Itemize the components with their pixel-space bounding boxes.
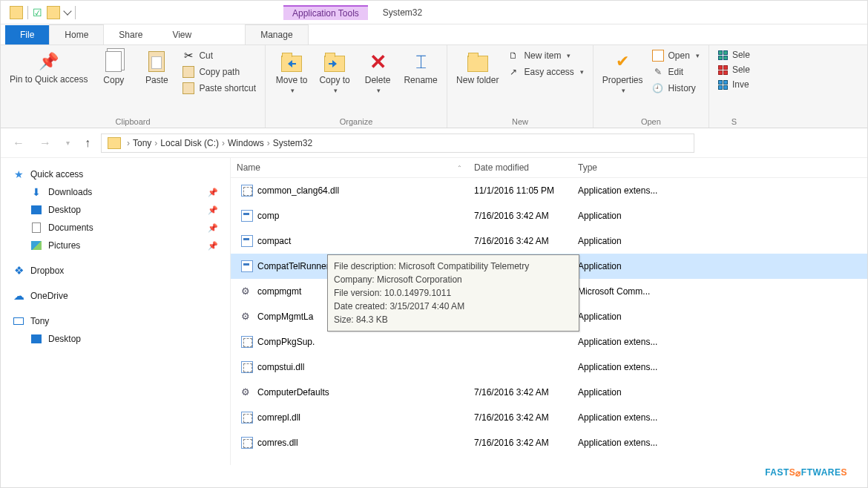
file-row[interactable]: comp7/16/2016 3:42 AMApplication	[231, 203, 867, 228]
ribbon-tabs: File Home Share View Manage	[1, 24, 867, 45]
history-button[interactable]: History	[652, 82, 700, 94]
invert-icon	[718, 80, 728, 90]
file-row[interactable]: ComputerDefaults7/16/2016 3:42 AMApplica…	[231, 380, 867, 405]
file-date: 11/1/2016 11:05 PM	[468, 181, 572, 200]
sidebar-item-desktop2[interactable]: Desktop	[11, 330, 220, 348]
file-row[interactable]: common_clang64.dll11/1/2016 11:05 PMAppl…	[231, 178, 867, 203]
monitor-icon	[13, 317, 24, 325]
file-date: 7/16/2016 3:42 AM	[468, 383, 572, 402]
tab-file[interactable]: File	[5, 25, 49, 44]
clipboard-icon	[183, 82, 194, 94]
file-type: Application extens...	[572, 408, 867, 427]
select-all-button[interactable]: Sele	[718, 50, 750, 60]
copy-path-button[interactable]: Copy path	[183, 66, 256, 78]
select-none-button[interactable]: Sele	[718, 65, 750, 75]
recent-dropdown[interactable]: ▾	[62, 136, 74, 150]
file-type-icon	[241, 386, 253, 398]
sidebar-item-downloads[interactable]: Downloads📌	[11, 183, 220, 201]
new-item-button[interactable]: 🗋New item▾	[507, 50, 583, 62]
invert-selection-button[interactable]: Inve	[718, 79, 750, 90]
group-label: New	[512, 116, 528, 126]
paste-button[interactable]: Paste	[139, 50, 174, 85]
file-date	[468, 363, 572, 372]
copy-label: Copy	[103, 75, 124, 85]
forward-button[interactable]: →	[35, 133, 56, 153]
breadcrumb-seg[interactable]: Tony	[133, 138, 151, 148]
watermark-text: FAST	[765, 467, 789, 478]
file-row[interactable]: CompPkgSup.Application extens...	[231, 329, 867, 355]
file-row[interactable]: comrepl.dll7/16/2016 3:42 AMApplication …	[231, 405, 867, 430]
pin-to-quick-access-button[interactable]: 📌 Pin to Quick access	[10, 50, 88, 85]
column-header-date[interactable]: Date modified	[468, 158, 572, 177]
tooltip-line: Company: Microsoft Corporation	[334, 273, 573, 286]
check-icon: ✔	[611, 50, 634, 73]
ribbon-group-select: Sele Sele Inve S	[709, 45, 759, 128]
sidebar-item-desktop[interactable]: Desktop📌	[11, 201, 220, 219]
breadcrumb-seg[interactable]: Local Disk (C:)	[160, 138, 219, 148]
tab-view[interactable]: View	[157, 25, 206, 44]
new-folder-button[interactable]: New folder	[456, 50, 499, 85]
sidebar-item-documents[interactable]: Documents📌	[11, 219, 220, 237]
chevron-down-icon: ▾	[580, 68, 584, 76]
sidebar-item-onedrive[interactable]: OneDrive	[11, 287, 220, 305]
file-type-icon	[241, 185, 253, 197]
move-to-button[interactable]: Move to▾	[274, 50, 309, 94]
tab-home[interactable]: Home	[49, 24, 104, 44]
file-name: CompatTelRunner	[257, 261, 329, 271]
back-button[interactable]: ←	[8, 133, 29, 153]
delete-button[interactable]: ✕ Delete▾	[361, 50, 395, 94]
file-type-icon	[241, 361, 253, 373]
breadcrumb-seg[interactable]: System32	[273, 138, 312, 148]
easy-access-button[interactable]: ↗Easy access▾	[507, 66, 583, 78]
file-row[interactable]: compact7/16/2016 3:42 AMApplication	[231, 228, 867, 254]
group-label: Clipboard	[116, 116, 151, 126]
tab-manage[interactable]: Manage	[245, 24, 308, 44]
open-icon	[652, 50, 664, 62]
tab-share[interactable]: Share	[104, 25, 157, 44]
breadcrumb-seg[interactable]: Windows	[228, 138, 264, 148]
qat-dropdown-icon[interactable]	[63, 7, 71, 15]
column-header-name[interactable]: Name⌃	[231, 158, 468, 177]
pictures-icon	[31, 241, 42, 250]
onedrive-icon	[13, 290, 24, 302]
pushpin-icon: 📌	[37, 50, 61, 73]
sidebar-item-quick-access[interactable]: Quick access	[11, 165, 220, 183]
copy-path-label: Copy path	[199, 67, 240, 77]
sidebar-label: Desktop	[48, 334, 81, 344]
dropbox-icon	[13, 265, 24, 277]
navigation-bar: ← → ▾ ↑ › Tony › Local Disk (C:) › Windo…	[1, 128, 867, 158]
file-type-icon	[241, 412, 253, 423]
qat-newfolder-icon[interactable]	[47, 6, 60, 19]
rename-button[interactable]: ⌶ Rename	[404, 50, 438, 85]
watermark: FASTS⌀FTWARES	[765, 462, 847, 479]
edit-button[interactable]: Edit	[652, 66, 700, 78]
chevron-down-icon: ▾	[622, 87, 625, 94]
sidebar-label: Documents	[48, 222, 93, 233]
paste-shortcut-button[interactable]: Paste shortcut	[183, 82, 256, 94]
breadcrumb[interactable]: › Tony › Local Disk (C:) › Windows › Sys…	[101, 133, 694, 153]
file-name: comp	[257, 211, 279, 221]
title-bar: ☑ Application Tools System32	[1, 1, 867, 24]
cut-button[interactable]: ✂Cut	[183, 50, 256, 62]
move-label: Move to	[276, 75, 308, 85]
easy-access-label: Easy access	[524, 67, 573, 77]
sidebar-item-this-pc[interactable]: Tony	[11, 312, 220, 330]
column-header-type[interactable]: Type	[572, 158, 867, 177]
file-row[interactable]: compstui.dllApplication extens...	[231, 355, 867, 380]
copy-to-button[interactable]: Copy to▾	[318, 50, 352, 94]
qat-properties-icon[interactable]: ☑	[33, 7, 42, 19]
watermark-text: ⌀	[795, 468, 801, 478]
properties-button[interactable]: ✔ Properties▾	[602, 50, 643, 94]
file-type: Application extens...	[572, 332, 867, 352]
clipboard-icon	[183, 66, 194, 78]
breadcrumb-sep: ›	[154, 138, 157, 148]
sidebar-item-dropbox[interactable]: Dropbox	[11, 262, 220, 280]
x-icon: ✕	[366, 50, 389, 73]
sidebar-item-pictures[interactable]: Pictures📌	[11, 237, 220, 254]
rename-icon: ⌶	[409, 50, 433, 73]
file-row[interactable]: comres.dll7/16/2016 3:42 AMApplication e…	[231, 430, 867, 455]
copy-button[interactable]: Copy	[96, 50, 131, 85]
pin-icon: 📌	[208, 241, 218, 251]
up-button[interactable]: ↑	[80, 133, 95, 153]
open-button[interactable]: Open▾	[652, 50, 700, 62]
